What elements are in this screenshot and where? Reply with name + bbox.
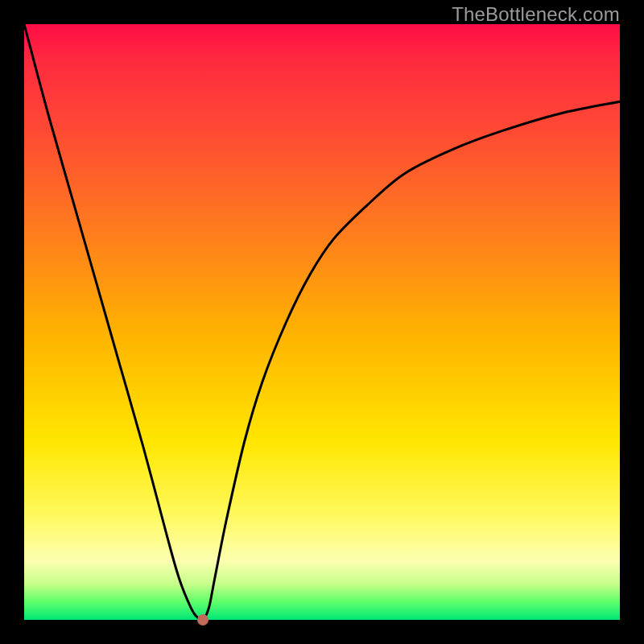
chart-frame: TheBottleneck.com	[0, 0, 644, 644]
curve-marker-dot	[197, 614, 208, 625]
watermark-text: TheBottleneck.com	[452, 3, 620, 26]
chart-plot	[24, 24, 620, 620]
bottleneck-curve-line	[24, 24, 620, 621]
